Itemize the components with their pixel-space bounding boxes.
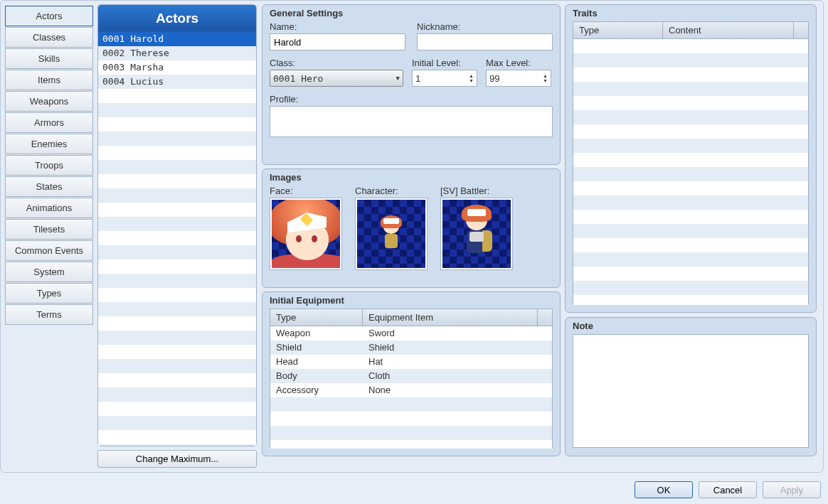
general-settings-group: General Settings Name: Nickname: Class: … bbox=[262, 4, 561, 165]
category-animations[interactable]: Animations bbox=[5, 198, 93, 218]
images-group: Images Face: Character: [SV] Battler: bbox=[262, 168, 561, 288]
equipment-row[interactable]: WeaponSword bbox=[270, 326, 552, 341]
category-armors[interactable]: Armors bbox=[5, 112, 93, 133]
character-image-slot[interactable] bbox=[355, 198, 428, 270]
equip-cell-item: Shield bbox=[363, 341, 538, 355]
nickname-label: Nickname: bbox=[417, 21, 553, 32]
initial-equipment-group: Initial Equipment Type Equipment Item We… bbox=[262, 291, 561, 456]
spinner-up-icon[interactable]: ▲ bbox=[543, 74, 548, 78]
entry-list-panel: Actors 0001 Harold0002 Therese0003 Marsh… bbox=[97, 4, 257, 446]
ok-button[interactable]: OK bbox=[635, 481, 693, 498]
category-common-events[interactable]: Common Events bbox=[5, 240, 93, 261]
equipment-row[interactable]: AccessoryNone bbox=[270, 383, 552, 397]
max-level-spinner[interactable]: 99 ▲▼ bbox=[486, 70, 551, 87]
category-sidebar: ActorsClassesSkillsItemsWeaponsArmorsEne… bbox=[5, 6, 93, 326]
equip-col-item[interactable]: Equipment Item bbox=[363, 309, 538, 326]
entry-row[interactable]: 0003 Marsha bbox=[98, 60, 256, 75]
entry-row[interactable]: 0002 Therese bbox=[98, 46, 256, 60]
equip-cell-type: Accessory bbox=[270, 383, 363, 397]
equip-cell-item: Sword bbox=[363, 326, 538, 341]
category-items[interactable]: Items bbox=[5, 70, 93, 90]
category-skills[interactable]: Skills bbox=[5, 48, 93, 69]
equip-col-type[interactable]: Type bbox=[270, 309, 363, 326]
max-level-value: 99 bbox=[489, 73, 543, 84]
category-types[interactable]: Types bbox=[5, 283, 93, 304]
initial-level-label: Initial Level: bbox=[412, 58, 477, 68]
category-terms[interactable]: Terms bbox=[5, 304, 93, 325]
traits-table[interactable]: Type Content bbox=[573, 21, 809, 304]
traits-col-content[interactable]: Content bbox=[663, 22, 794, 38]
category-weapons[interactable]: Weapons bbox=[5, 91, 93, 112]
equipment-row[interactable]: HeadHat bbox=[270, 355, 552, 369]
entry-row[interactable]: 0001 Harold bbox=[98, 32, 256, 46]
equip-cell-type: Body bbox=[270, 369, 363, 383]
entry-list-body[interactable]: 0001 Harold0002 Therese0003 Marsha0004 L… bbox=[98, 32, 256, 446]
equip-cell-item: Hat bbox=[363, 355, 538, 369]
equipment-row[interactable]: BodyCloth bbox=[270, 369, 552, 383]
equip-col-spacer bbox=[538, 309, 552, 326]
character-label: Character: bbox=[355, 186, 428, 196]
category-system[interactable]: System bbox=[5, 262, 93, 282]
class-combo[interactable]: 0001 Hero ▼ bbox=[270, 70, 403, 87]
images-title: Images bbox=[270, 172, 553, 183]
profile-textarea[interactable] bbox=[270, 106, 553, 137]
traits-col-type[interactable]: Type bbox=[573, 22, 663, 38]
general-settings-title: General Settings bbox=[270, 8, 553, 18]
category-states[interactable]: States bbox=[5, 176, 93, 197]
class-combo-value: 0001 Hero bbox=[273, 73, 323, 84]
apply-button[interactable]: Apply bbox=[763, 481, 821, 498]
entry-list-title: Actors bbox=[98, 5, 256, 32]
initial-level-spinner[interactable]: 1 ▲▼ bbox=[412, 70, 477, 87]
sv-battler-label: [SV] Battler: bbox=[440, 186, 513, 196]
spinner-down-icon[interactable]: ▼ bbox=[469, 79, 474, 83]
name-input[interactable] bbox=[270, 33, 405, 50]
equip-cell-item: Cloth bbox=[363, 369, 538, 383]
initial-level-value: 1 bbox=[415, 73, 469, 84]
note-group: Note bbox=[565, 317, 817, 456]
detail-area: General Settings Name: Nickname: Class: … bbox=[262, 4, 821, 470]
equip-cell-type: Weapon bbox=[270, 326, 363, 341]
category-enemies[interactable]: Enemies bbox=[5, 134, 93, 154]
face-image-slot[interactable] bbox=[270, 198, 342, 270]
traits-col-spacer bbox=[794, 22, 808, 38]
database-panel: ActorsClassesSkillsItemsWeaponsArmorsEne… bbox=[0, 0, 824, 473]
equipment-table[interactable]: Type Equipment Item WeaponSwordShieldShi… bbox=[270, 309, 553, 448]
chevron-down-icon: ▼ bbox=[396, 75, 400, 82]
category-troops[interactable]: Troops bbox=[5, 155, 93, 176]
equip-cell-type: Head bbox=[270, 355, 363, 369]
profile-label: Profile: bbox=[270, 94, 553, 104]
equip-cell-item: None bbox=[363, 383, 538, 397]
max-level-label: Max Level: bbox=[486, 58, 551, 68]
change-maximum-button[interactable]: Change Maximum... bbox=[97, 450, 257, 468]
note-textarea[interactable] bbox=[573, 334, 809, 448]
cancel-button[interactable]: Cancel bbox=[699, 481, 757, 498]
category-actors[interactable]: Actors bbox=[5, 6, 93, 26]
spinner-up-icon[interactable]: ▲ bbox=[469, 74, 474, 78]
category-tilesets[interactable]: Tilesets bbox=[5, 219, 93, 240]
entry-row[interactable]: 0004 Lucius bbox=[98, 75, 256, 89]
sv-battler-image-slot[interactable] bbox=[440, 198, 513, 270]
nickname-input[interactable] bbox=[417, 33, 553, 50]
initial-equipment-title: Initial Equipment bbox=[270, 295, 553, 306]
traits-title: Traits bbox=[573, 8, 809, 18]
name-label: Name: bbox=[270, 21, 405, 32]
note-title: Note bbox=[573, 321, 809, 331]
dialog-button-bar: OK Cancel Apply bbox=[635, 481, 821, 498]
equipment-row[interactable]: ShieldShield bbox=[270, 341, 552, 355]
traits-group: Traits Type Content bbox=[565, 4, 817, 313]
face-label: Face: bbox=[270, 186, 342, 196]
category-classes[interactable]: Classes bbox=[5, 27, 93, 48]
equip-cell-type: Shield bbox=[270, 341, 363, 355]
spinner-down-icon[interactable]: ▼ bbox=[543, 79, 548, 83]
class-label: Class: bbox=[270, 58, 403, 68]
